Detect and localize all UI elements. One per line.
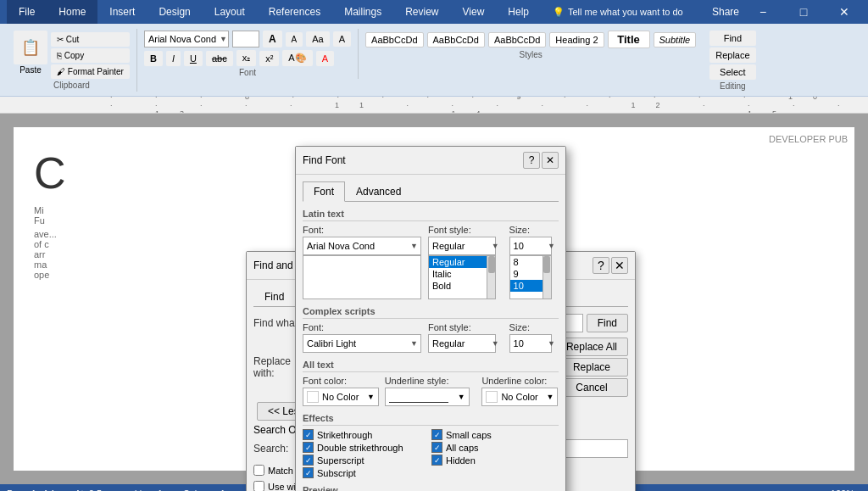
references-tab[interactable]: References [257,0,332,24]
complex-scripts-row: Font: ▼ Font style: ▼ Size: [303,322,559,353]
small-caps-checkbox[interactable]: ✓ [431,429,442,440]
strikethrough-effect: ✓ Strikethrough [303,429,430,440]
cs-size-field[interactable] [509,334,552,353]
paste-button[interactable]: 📋 [14,31,47,64]
view-tab[interactable]: View [451,0,497,24]
font-color-button[interactable]: A [316,51,334,66]
styles-group: AaBbCcDd AaBbCcDd AaBbCcDd Heading 2 Tit… [359,29,703,61]
increase-font-button[interactable]: A [263,31,282,47]
strikethrough-checkbox[interactable]: ✓ [303,429,314,440]
style-heading1[interactable]: AaBbCcDd [488,32,546,47]
window-controls: Share − □ ✕ [712,0,861,24]
latin-text-label: Latin text [303,209,559,221]
ruler: · 2 · · · · · 3 · · · · · 4 · · · · · 5 … [0,97,868,114]
review-tab[interactable]: Review [393,0,450,24]
font-size-input[interactable] [232,31,259,47]
highlight-button[interactable]: A🎨 [282,50,312,66]
cs-font-field[interactable] [303,334,421,353]
home-tab[interactable]: Home [47,0,97,24]
file-tab[interactable]: File [7,0,47,24]
style-option-italic[interactable]: Italic [429,268,495,280]
strikethrough-button[interactable]: abc [206,51,233,66]
underline-button[interactable]: U [184,51,203,66]
replace-button[interactable]: Replace [709,47,755,63]
cut-button[interactable]: ✂ Cut [51,32,130,47]
insert-tab[interactable]: Insert [97,0,147,24]
help-tab[interactable]: Help [496,0,541,24]
tab-find[interactable]: Find [253,287,295,307]
style-no-spacing[interactable]: AaBbCcDd [427,32,485,47]
font-color-dropdown[interactable]: No Color ▼ [303,388,379,406]
strikethrough-label: Strikethrough [317,430,372,440]
double-strikethrough-checkbox[interactable]: ✓ [303,442,314,453]
ribbon-content: 📋 Paste ✂ Cut ⎘ Copy 🖌 Format Painter Cl… [0,25,868,96]
use-wildcards-checkbox[interactable] [253,481,264,491]
dialog-controls: ? ✕ [593,257,628,274]
search-tab[interactable]: 💡 Tell me what you want to do [541,0,695,24]
all-caps-effect: ✓ All caps [431,442,559,453]
font-name-input[interactable] [144,31,229,47]
font-color-col-label: Font color: [303,376,380,386]
match-case-checkbox[interactable] [253,465,264,476]
editing-label: Editing [720,81,746,91]
change-case-button[interactable]: Aa [306,31,329,47]
underline-color-dropdown[interactable]: No Color ▼ [481,388,558,406]
bold-button[interactable]: B [144,51,163,66]
decrease-font-button[interactable]: A [286,32,303,47]
find-replace-help-button[interactable]: ? [593,257,609,274]
copy-button[interactable]: ⎘ Copy [51,48,130,63]
layout-tab[interactable]: Layout [203,0,257,24]
find-replace-close-button[interactable]: ✕ [611,257,628,274]
mailings-tab[interactable]: Mailings [332,0,393,24]
find-font-title-bar: Find Font ? ✕ [296,147,565,175]
share-label[interactable]: Share [712,6,739,18]
find-button[interactable]: Find [709,31,755,46]
superscript-button[interactable]: x² [259,51,279,66]
minimize-button[interactable]: − [746,0,780,24]
font-style-listbox[interactable]: Regular Italic Bold [428,255,496,299]
find-button-fr[interactable]: Find [587,314,628,332]
close-button[interactable]: ✕ [827,0,861,24]
subscript-button[interactable]: x₂ [236,50,257,66]
underline-style-dropdown[interactable]: ▼ [385,388,470,406]
style-heading2[interactable]: Heading 2 [549,32,604,47]
style-title[interactable]: Title [608,31,650,48]
clear-format-button[interactable]: A [333,31,351,47]
hidden-checkbox[interactable]: ✓ [431,455,442,466]
font-style-field[interactable] [428,237,496,255]
developer-pub-label: DEVELOPER PUB [769,134,848,144]
subscript-effect-checkbox[interactable]: ✓ [303,467,314,478]
find-font-help-button[interactable]: ? [523,152,540,169]
select-button[interactable]: Select [709,64,755,80]
style-option-regular[interactable]: Regular [429,256,495,268]
superscript-effect-checkbox[interactable]: ✓ [303,455,314,466]
font-name-listbox[interactable] [303,255,421,299]
paste-label: Paste [19,65,42,75]
design-tab[interactable]: Design [147,0,202,24]
preview-section-label: Preview [303,485,559,491]
style-normal[interactable]: AaBbCcDd [365,32,423,47]
small-caps-effect: ✓ Small caps [431,429,559,440]
tab-font[interactable]: Font [303,181,345,202]
maximize-button[interactable]: □ [787,0,821,24]
find-font-content: Font Advanced Latin text Font: ▼ Font st… [296,175,565,491]
size-col-label: Size: [509,225,559,235]
style-option-bold[interactable]: Bold [429,280,495,292]
size-listbox[interactable]: 8 9 10 [509,255,552,299]
all-caps-checkbox[interactable]: ✓ [431,442,442,453]
find-font-title: Find Font [303,154,346,166]
size-field[interactable] [509,237,552,255]
cs-style-field[interactable] [428,334,496,353]
latin-font-row: Font: ▼ Font style: ▼ Regular [303,225,559,299]
italic-button[interactable]: I [166,51,181,66]
style-subtitle[interactable]: Subtitle [654,32,697,47]
find-font-dialog: Find Font ? ✕ Font Advanced Latin text F… [295,146,566,491]
tab-advanced[interactable]: Advanced [345,181,412,202]
hidden-effect: ✓ Hidden [431,455,559,466]
find-font-close-button[interactable]: ✕ [542,152,559,169]
all-text-label: All text [303,360,559,372]
main-area: DEVELOPER PUB C Mi Fu ave... of c arr ma… [0,114,868,484]
font-name-field[interactable] [303,237,421,255]
title-bar: File Home Insert Design Layout Reference… [0,0,868,24]
format-painter-button[interactable]: 🖌 Format Painter [51,64,130,79]
